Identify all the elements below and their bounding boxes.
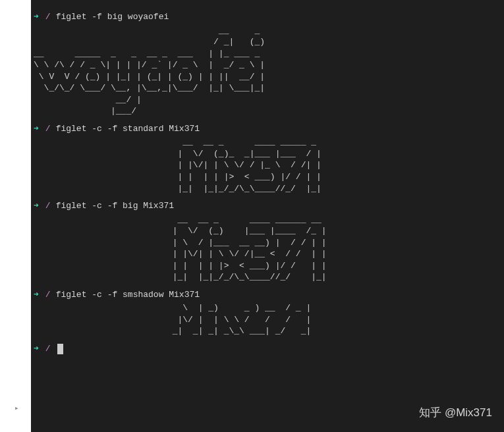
ascii-output: __ __ _ ____ _____ _ | \/ (_)_ _|___ |__… <box>34 136 501 194</box>
prompt-line: ➜ / figlet -c -f big Mix371 <box>34 200 501 213</box>
gutter-expand-icon: ▸ <box>14 404 19 412</box>
watermark-text: 知乎 @Mix371 <box>419 405 492 420</box>
terminal-cursor[interactable] <box>57 344 63 354</box>
command-text: figlet -c -f standard Mix371 <box>56 122 200 136</box>
prompt-path: / <box>45 342 51 356</box>
ascii-output: __ _ / _| (_) __ _____ _ _ __ _ ___ | |_… <box>34 25 501 117</box>
terminal-panel[interactable]: ➜ / figlet -f big woyaofei __ _ / _| (_)… <box>31 0 504 432</box>
prompt-path: / <box>45 200 51 213</box>
prompt-arrow-icon: ➜ <box>34 200 39 213</box>
editor-gutter: ▸ <box>0 0 31 432</box>
prompt-arrow-icon: ➜ <box>34 288 39 302</box>
terminal-content: ➜ / figlet -f big woyaofei __ _ / _| (_)… <box>31 0 504 361</box>
command-text: figlet -c -f big Mix371 <box>56 200 174 213</box>
prompt-arrow-icon: ➜ <box>34 342 39 356</box>
prompt-arrow-icon: ➜ <box>34 11 39 24</box>
prompt-line: ➜ / figlet -c -f smshadow Mix371 <box>34 288 501 302</box>
ascii-output: __ __ _ ____ ______ __ | \/ (_) |___ |__… <box>34 214 501 283</box>
prompt-arrow-icon: ➜ <box>34 122 39 136</box>
command-text: figlet -c -f smshadow Mix371 <box>56 288 200 302</box>
prompt-line: ➜ / figlet -f big woyaofei <box>34 11 501 24</box>
prompt-path: / <box>45 122 51 136</box>
prompt-path: / <box>45 288 51 302</box>
prompt-path: / <box>45 11 51 24</box>
command-text: figlet -f big woyaofei <box>56 11 169 24</box>
ascii-output: \ | _) _ ) __ / _ | |\/ | | \ \ / / / | … <box>34 302 501 337</box>
prompt-line: ➜ / <box>34 342 501 356</box>
prompt-line: ➜ / figlet -c -f standard Mix371 <box>34 122 501 136</box>
